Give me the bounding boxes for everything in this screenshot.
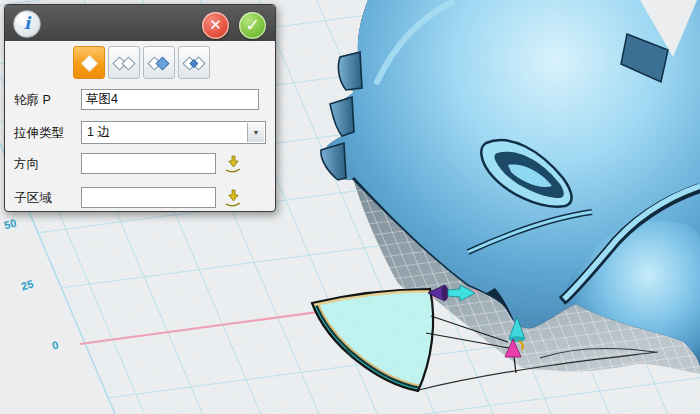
info-icon[interactable]: i: [13, 10, 41, 38]
pick-arrow-icon: [224, 189, 242, 207]
mode-button-intersect[interactable]: [178, 46, 210, 79]
extrude-type-value: 1 边: [87, 124, 110, 141]
dialog-titlebar[interactable]: i ✕ ✓: [5, 5, 275, 41]
direction-picker-button[interactable]: [224, 155, 242, 173]
diamond-blue-icon: [146, 51, 172, 75]
direction-label: 方向: [14, 156, 39, 173]
axis-label-0: 0: [51, 338, 60, 351]
mode-button-base[interactable]: [73, 46, 105, 79]
extrude-type-label: 拉伸类型: [14, 125, 64, 142]
subregion-picker-button[interactable]: [224, 189, 242, 207]
cancel-button[interactable]: ✕: [202, 12, 229, 39]
app-window: 50 25 0: [0, 0, 700, 414]
mode-button-remove[interactable]: [143, 46, 175, 79]
subregion-input[interactable]: [81, 187, 216, 208]
extrude-mode-toolbar: [73, 46, 210, 79]
axis-label-50: 50: [3, 217, 18, 232]
extrude-type-select[interactable]: 1 边 ▼: [81, 121, 266, 144]
diamond-icon: [77, 51, 101, 75]
profile-label: 轮廓 P: [14, 92, 51, 109]
subregion-label: 子区域: [14, 190, 52, 207]
extrude-dialog: i ✕ ✓: [4, 4, 276, 212]
profile-input[interactable]: [81, 89, 259, 110]
axis-label-25: 25: [20, 278, 35, 293]
diamonds-intersect-icon: [181, 51, 207, 75]
direction-input[interactable]: [81, 153, 216, 174]
confirm-button[interactable]: ✓: [239, 12, 266, 39]
pick-arrow-icon: [224, 155, 242, 173]
mode-button-add[interactable]: [108, 46, 140, 79]
two-diamonds-icon: [111, 51, 137, 75]
chevron-down-icon[interactable]: ▼: [247, 123, 264, 142]
